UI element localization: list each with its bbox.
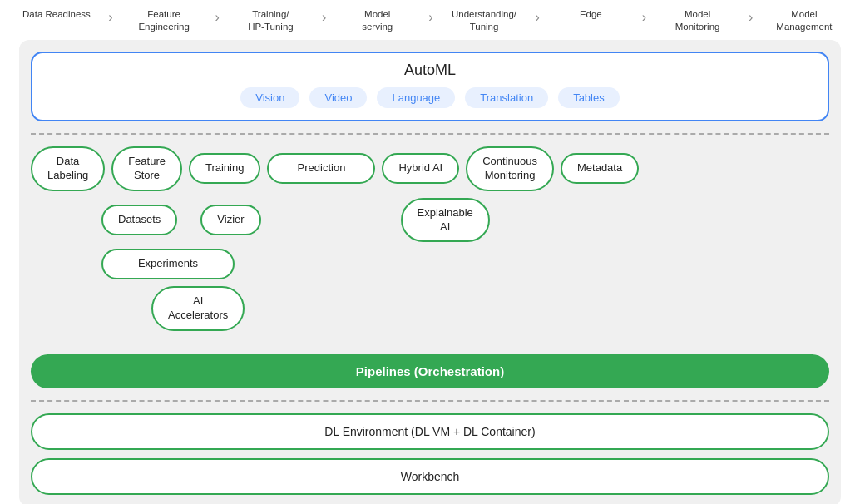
top-nav: Data Readiness › FeatureEngineering › Tr… xyxy=(14,8,846,40)
comp-training: Training xyxy=(189,153,260,184)
comp-metadata: Metadata xyxy=(561,153,639,184)
automl-pill-video: Video xyxy=(309,87,367,108)
comp-ai-accelerators: AIAccelerators xyxy=(151,286,245,331)
comp-experiments: Experiments xyxy=(101,249,235,279)
nav-chevron-1: › xyxy=(108,10,112,25)
dashed-divider xyxy=(31,133,829,135)
comp-hybrid-ai: Hybrid AI xyxy=(382,153,459,184)
nav-item-model-monitoring: ModelMonitoring xyxy=(665,8,731,33)
nav-item-training: Training/HP-Tuning xyxy=(237,8,304,33)
comp-datasets: Datasets xyxy=(101,205,177,235)
nav-item-understanding: Understanding/Tuning xyxy=(451,8,517,33)
nav-chevron-2: › xyxy=(215,10,220,25)
nav-chevron-7: › xyxy=(749,10,753,25)
nav-item-edge: Edge xyxy=(557,8,624,21)
components-layout: DataLabeling FeatureStore Training Predi… xyxy=(31,146,829,346)
nav-item-model-serving: Modelserving xyxy=(344,8,411,33)
diagram-wrapper: Data Readiness › FeatureEngineering › Tr… xyxy=(14,8,846,504)
comp-vizier: Vizier xyxy=(200,205,260,235)
nav-chevron-4: › xyxy=(428,10,432,25)
nav-item-feature-engineering: FeatureEngineering xyxy=(131,8,197,33)
bottom-dl-environment: DL Environment (DL VM + DL Container) xyxy=(31,413,829,450)
nav-chevron-5: › xyxy=(536,10,540,25)
components-row1: DataLabeling FeatureStore Training Predi… xyxy=(31,146,829,191)
automl-pill-language: Language xyxy=(377,87,455,108)
components-row2: Datasets Vizier ExplainableAI xyxy=(31,198,829,243)
dashed-divider-2 xyxy=(31,400,829,402)
automl-pill-translation: Translation xyxy=(465,87,548,108)
automl-pill-vision: Vision xyxy=(240,87,299,108)
automl-pill-tables: Tables xyxy=(558,87,620,108)
comp-feature-store: FeatureStore xyxy=(111,146,182,191)
comp-data-labeling: DataLabeling xyxy=(31,146,105,191)
nav-item-model-management: ModelManagement xyxy=(771,8,838,33)
nav-item-data-readiness: Data Readiness xyxy=(22,8,91,21)
automl-title: AutoML xyxy=(46,62,814,79)
automl-pills: Vision Video Language Translation Tables xyxy=(46,87,814,108)
components-row3: Experiments xyxy=(31,249,829,279)
bottom-section: DL Environment (DL VM + DL Container) Wo… xyxy=(31,413,829,495)
comp-explainable-ai: ExplainableAI xyxy=(401,198,490,243)
comp-continuous-monitoring: ContinuousMonitoring xyxy=(466,146,554,191)
nav-chevron-6: › xyxy=(642,10,646,25)
comp-prediction: Prediction xyxy=(267,153,375,184)
bottom-workbench: Workbench xyxy=(31,458,829,495)
components-row4: AIAccelerators xyxy=(31,286,829,331)
main-area: AutoML Vision Video Language Translation… xyxy=(19,40,841,504)
pipelines-bar: Pipelines (Orchestration) xyxy=(31,354,829,388)
nav-chevron-3: › xyxy=(322,10,326,25)
automl-box: AutoML Vision Video Language Translation… xyxy=(31,52,829,121)
